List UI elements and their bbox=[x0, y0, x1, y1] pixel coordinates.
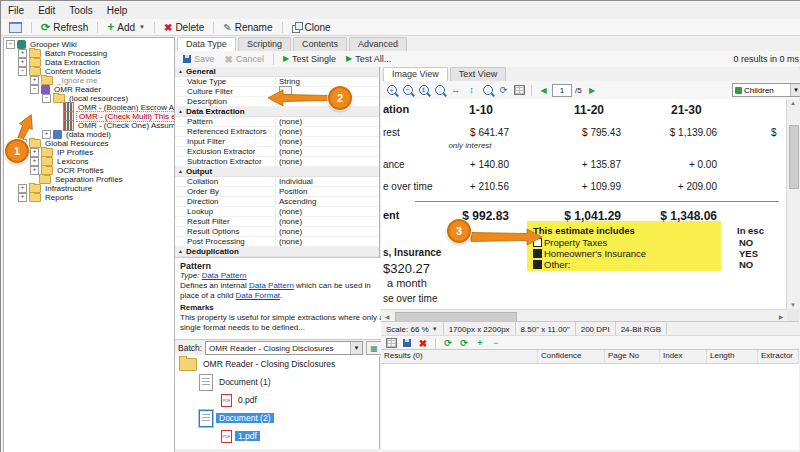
prop-post-processing[interactable]: Post Processing(none) bbox=[175, 237, 379, 247]
menu-file[interactable]: File bbox=[1, 3, 31, 18]
refresh-results-button[interactable]: ⟳ bbox=[441, 337, 455, 349]
save-button[interactable]: Save bbox=[179, 53, 219, 66]
scroll-up-icon[interactable]: ▲ bbox=[787, 100, 799, 106]
data-pattern-link[interactable]: Data Pattern bbox=[202, 271, 247, 280]
expand-icon[interactable]: + bbox=[18, 193, 27, 202]
batch-options-button[interactable]: ▦ bbox=[366, 341, 382, 355]
scroll-left-icon[interactable]: ◀ bbox=[381, 313, 393, 320]
refresh-all-results-button[interactable]: ⟳ bbox=[457, 337, 471, 349]
prop-collation[interactable]: CollationIndividual bbox=[175, 177, 379, 187]
collapse-icon[interactable]: − bbox=[6, 40, 15, 49]
children-combobox[interactable]: Children▼ bbox=[732, 83, 800, 97]
batch-document-2[interactable]: Document (2) bbox=[175, 409, 379, 427]
document-page[interactable]: ation 1-10 11-20 21-30 rest $ 641.47 $ 7… bbox=[381, 99, 787, 309]
tab-data-type[interactable]: Data Type bbox=[177, 37, 236, 51]
export-results-button[interactable] bbox=[400, 337, 414, 349]
next-page-button[interactable]: ▶ bbox=[585, 83, 600, 97]
culture-filter-editor-icon[interactable] bbox=[279, 86, 292, 95]
batch-page-1pdf[interactable]: PDF1.pdf bbox=[175, 427, 379, 445]
prop-subtraction-extractor[interactable]: Subtraction Extractor(none) bbox=[175, 157, 379, 167]
test-single-button[interactable]: ▶Test Single bbox=[279, 53, 340, 66]
menu-tools[interactable]: Tools bbox=[62, 3, 99, 18]
view-button[interactable] bbox=[4, 20, 27, 34]
category-data-extraction[interactable]: ▲Data Extraction bbox=[175, 107, 379, 117]
chevron-down-icon[interactable]: ▼ bbox=[790, 84, 800, 96]
fit-height-button[interactable]: ↕ bbox=[464, 83, 479, 97]
category-output[interactable]: ▲Output bbox=[175, 167, 379, 177]
batch-document-1[interactable]: Document (1) bbox=[175, 373, 379, 391]
category-general[interactable]: ▲General bbox=[175, 67, 379, 77]
tree-item-content-models[interactable]: −Content Models bbox=[4, 67, 174, 76]
expand-icon[interactable]: + bbox=[18, 184, 27, 193]
data-format-link[interactable]: Data Format bbox=[236, 291, 280, 300]
prop-pattern[interactable]: Pattern(none) bbox=[175, 117, 379, 127]
collapse-icon[interactable]: − bbox=[18, 67, 27, 76]
chevron-down-icon[interactable]: ▼ bbox=[350, 342, 362, 354]
tree-item-lexicons[interactable]: +Lexicons bbox=[4, 157, 174, 166]
results-grid-button[interactable] bbox=[384, 337, 398, 349]
expand-icon[interactable]: + bbox=[42, 130, 51, 139]
thumbnails-button[interactable] bbox=[512, 83, 527, 97]
col-results[interactable]: Results (0) bbox=[381, 350, 538, 363]
expand-all-button[interactable]: + bbox=[473, 337, 487, 349]
expand-icon[interactable]: + bbox=[30, 76, 39, 85]
prop-result-filter[interactable]: Result Filter(none) bbox=[175, 217, 379, 227]
tree-item-ignore-me[interactable]: +_Ignore me bbox=[4, 76, 174, 85]
refresh-button[interactable]: ⟳Refresh bbox=[36, 20, 93, 34]
tree-item-ip-profiles[interactable]: +IP Profiles bbox=[4, 148, 174, 157]
tree-item-ocr-profiles[interactable]: +OCR Profiles bbox=[4, 166, 174, 175]
col-confidence[interactable]: Confidence bbox=[538, 350, 605, 363]
prev-page-button[interactable]: ◀ bbox=[536, 83, 551, 97]
page-number-input[interactable]: 1 bbox=[552, 84, 572, 97]
menu-edit[interactable]: Edit bbox=[31, 3, 62, 18]
tab-text-view[interactable]: Text View bbox=[450, 67, 506, 81]
prop-direction[interactable]: DirectionAscending bbox=[175, 197, 379, 207]
prop-lookup[interactable]: Lookup(none) bbox=[175, 207, 379, 217]
tree-item-omr-reader[interactable]: −OMR Reader bbox=[4, 85, 174, 94]
scrollbar-thumb[interactable] bbox=[789, 125, 799, 189]
batch-page-0pdf[interactable]: PDF0.pdf bbox=[175, 391, 379, 409]
clone-button[interactable]: Clone bbox=[287, 20, 336, 34]
menu-help[interactable]: Help bbox=[100, 3, 135, 18]
tab-advanced[interactable]: Advanced bbox=[349, 37, 407, 51]
col-index[interactable]: Index bbox=[660, 350, 707, 363]
expand-icon[interactable]: + bbox=[30, 166, 39, 175]
rename-button[interactable]: ✎Rename bbox=[218, 20, 277, 34]
tree-item-omr-check-multi[interactable]: OMR - (Check Multi) This estimate includ… bbox=[4, 112, 174, 121]
expand-icon[interactable]: + bbox=[18, 49, 27, 58]
batch-root-node[interactable]: OMR Reader - Closing Disclosures bbox=[175, 355, 379, 373]
tree-item-local-resources[interactable]: −(local resources) bbox=[4, 94, 174, 103]
add-button[interactable]: +Add▼ bbox=[102, 20, 150, 34]
expand-icon[interactable]: + bbox=[30, 148, 39, 157]
tree-item-omr-check-one[interactable]: OMR - (Check One) Assumption bbox=[4, 121, 174, 130]
expand-icon[interactable]: + bbox=[30, 157, 39, 166]
zoom-actual-button[interactable]: 1 bbox=[416, 83, 431, 97]
tab-scripting[interactable]: Scripting bbox=[238, 37, 291, 51]
scroll-right-icon[interactable]: ▶ bbox=[775, 313, 787, 320]
zoom-in-button[interactable]: + bbox=[384, 83, 399, 97]
prop-exclusion-extractor[interactable]: Exclusion Extractor(none) bbox=[175, 147, 379, 157]
prop-result-options[interactable]: Result Options(none) bbox=[175, 227, 379, 237]
collapse-icon[interactable]: − bbox=[30, 85, 39, 94]
category-deduplication[interactable]: ▲Deduplication bbox=[175, 247, 379, 257]
vertical-scrollbar[interactable]: ▲ ▼ bbox=[786, 99, 799, 309]
zoom-out-button[interactable]: − bbox=[400, 83, 415, 97]
zoom-select-button[interactable] bbox=[480, 83, 495, 97]
scroll-down-icon[interactable]: ▼ bbox=[787, 302, 799, 308]
col-page-no[interactable]: Page No bbox=[605, 350, 660, 363]
clear-results-button[interactable]: ✖ bbox=[416, 337, 430, 349]
collapse-icon[interactable]: − bbox=[42, 94, 51, 103]
delete-button[interactable]: ✖Delete bbox=[159, 20, 209, 34]
tree-item-reports[interactable]: +Reports bbox=[4, 193, 174, 202]
tab-image-view[interactable]: Image View bbox=[383, 67, 448, 81]
col-extractor[interactable]: Extractor bbox=[758, 350, 799, 363]
prop-order-by[interactable]: Order ByPosition bbox=[175, 187, 379, 197]
data-pattern-link[interactable]: Data Pattern bbox=[249, 281, 294, 290]
zoom-fit-button[interactable] bbox=[432, 83, 447, 97]
fit-width-button[interactable]: ↔ bbox=[448, 83, 463, 97]
cancel-button[interactable]: ✖Cancel bbox=[221, 53, 268, 66]
prop-input-filter[interactable]: Input Filter(none) bbox=[175, 137, 379, 147]
tab-contents[interactable]: Contents bbox=[293, 37, 347, 51]
col-length[interactable]: Length bbox=[707, 350, 758, 363]
expand-icon[interactable]: + bbox=[18, 58, 27, 67]
